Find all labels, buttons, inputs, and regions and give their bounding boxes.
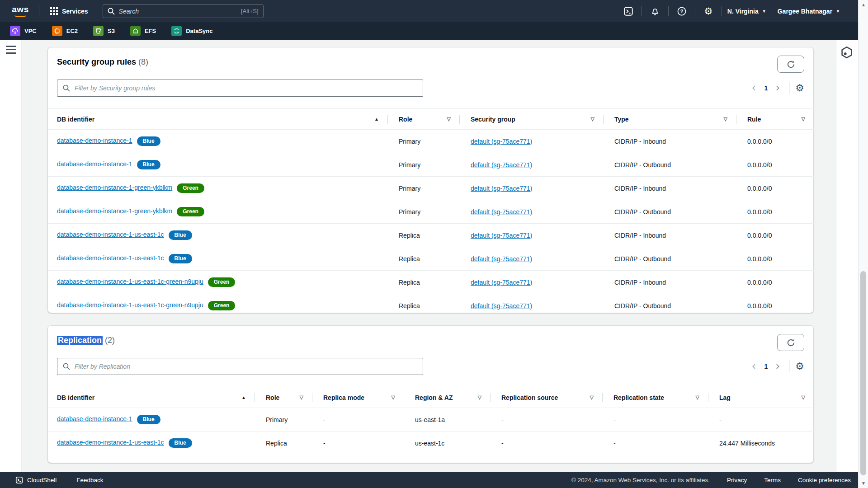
account-menu[interactable]: Gargee Bhatnagar ▼ — [778, 8, 840, 15]
refresh-button[interactable] — [777, 56, 804, 73]
cloudshell-button[interactable]: CloudShell — [15, 476, 57, 484]
security-group-link[interactable]: default (sg-75ace771) — [471, 185, 532, 192]
favorite-efs[interactable]: EFS — [130, 26, 156, 36]
region-selector[interactable]: N. Virginia ▼ — [727, 8, 766, 15]
cloudshell-terminal-icon[interactable] — [621, 4, 636, 19]
vpc-icon — [10, 26, 20, 36]
column-header-db-identifier[interactable]: DB identifier▲ — [48, 109, 388, 130]
db-identifier-link[interactable]: database-demo-instance-1-us-east-1c — [57, 439, 164, 446]
scroll-up-icon[interactable]: ▲ — [859, 2, 868, 7]
notifications-bell-icon[interactable] — [647, 4, 663, 19]
role-cell: Primary — [255, 408, 312, 432]
scrollbar-thumb[interactable] — [860, 271, 866, 475]
security-group-link[interactable]: default (sg-75ace771) — [471, 232, 532, 239]
divider — [642, 6, 642, 16]
right-panel-rail — [836, 40, 858, 472]
column-header-role[interactable]: Role▽ — [255, 387, 312, 408]
sort-icon: ▽ — [802, 116, 805, 122]
security-group-link[interactable]: default (sg-75ace771) — [471, 208, 532, 216]
role-cell: Replica — [388, 224, 460, 247]
svg-text:?: ? — [680, 9, 683, 14]
next-page-icon[interactable] — [771, 360, 784, 373]
role-cell: Primary — [388, 130, 460, 153]
hamburger-menu-icon[interactable] — [6, 46, 21, 54]
next-page-icon[interactable] — [771, 82, 784, 94]
favorite-vpc[interactable]: VPC — [10, 26, 37, 36]
db-identifier-link[interactable]: database-demo-instance-1-us-east-1c — [57, 254, 164, 262]
favorite-datasync[interactable]: DataSync — [171, 26, 212, 36]
favorite-s3[interactable]: S3 — [93, 26, 115, 36]
column-header-replica-mode[interactable]: Replica mode▽ — [312, 387, 404, 408]
db-identifier-link[interactable]: database-demo-instance-1 — [57, 137, 132, 144]
column-header-replication-source[interactable]: Replication source▽ — [491, 387, 603, 408]
region-az-cell: us-east-1c — [404, 432, 491, 455]
ec2-icon — [52, 26, 62, 36]
table-row: database-demo-instance-1-us-east-1cBlue … — [48, 432, 814, 455]
pagination: 1 ⚙ — [748, 360, 804, 373]
current-page[interactable]: 1 — [764, 84, 768, 92]
column-header-db-identifier[interactable]: DB identifier▲ — [48, 387, 255, 408]
column-header-role[interactable]: Role▽ — [388, 109, 460, 130]
cookie-preferences-link[interactable]: Cookie preferences — [798, 477, 851, 483]
db-identifier-link[interactable]: database-demo-instance-1-green-ykblkm — [57, 207, 172, 215]
security-group-link[interactable]: default (sg-75ace771) — [471, 138, 532, 145]
security-group-link[interactable]: default (sg-75ace771) — [471, 161, 532, 169]
db-identifier-link[interactable]: database-demo-instance-1-green-ykblkm — [57, 184, 172, 191]
refresh-icon — [787, 60, 795, 69]
privacy-link[interactable]: Privacy — [727, 477, 747, 483]
replication-card: Replication (2) 1 ⚙ — [47, 325, 814, 463]
collapsed-sidebar — [0, 40, 22, 472]
column-header-rule[interactable]: Rule▽ — [736, 109, 814, 130]
table-preferences-gear-icon[interactable]: ⚙ — [795, 83, 804, 93]
table-row: database-demo-instance-1-us-east-1c-gree… — [48, 294, 814, 318]
status-badge: Green — [177, 183, 204, 193]
feedback-button[interactable]: Feedback — [76, 477, 103, 483]
divider — [789, 361, 790, 372]
table-row: database-demo-instance-1Blue Primary def… — [48, 153, 814, 177]
refresh-button[interactable] — [777, 334, 804, 351]
previous-page-icon[interactable] — [748, 360, 760, 373]
page-scrollbar[interactable]: ▲ ▼ — [858, 0, 868, 488]
security-group-link[interactable]: default (sg-75ace771) — [471, 302, 532, 310]
filter-security-group-rules-input[interactable] — [75, 84, 417, 92]
column-header-type[interactable]: Type▽ — [604, 109, 736, 130]
security-group-link[interactable]: default (sg-75ace771) — [471, 279, 532, 286]
db-identifier-link[interactable]: database-demo-instance-1 — [57, 160, 132, 168]
status-badge: Blue — [137, 136, 160, 146]
search-icon — [63, 363, 70, 370]
lag-cell: - — [708, 408, 814, 432]
scroll-down-icon[interactable]: ▼ — [859, 481, 868, 486]
assistant-hexagon-icon[interactable] — [840, 46, 854, 60]
db-identifier-link[interactable]: database-demo-instance-1 — [57, 415, 132, 422]
services-menu-button[interactable]: Services — [44, 0, 94, 22]
security-group-link[interactable]: default (sg-75ace771) — [471, 255, 532, 263]
db-identifier-link[interactable]: database-demo-instance-1-us-east-1c-gree… — [57, 301, 203, 309]
sort-icon: ▽ — [802, 394, 805, 400]
global-search[interactable]: [Alt+S] — [103, 4, 264, 18]
security-group-rules-table: DB identifier▲ Role▽ Security group▽ Typ… — [48, 108, 814, 317]
previous-page-icon[interactable] — [748, 82, 760, 94]
terms-link[interactable]: Terms — [764, 477, 781, 483]
db-identifier-link[interactable]: database-demo-instance-1-us-east-1c-gree… — [57, 278, 203, 285]
column-header-replication-state[interactable]: Replication state▽ — [603, 387, 708, 408]
favorite-ec2[interactable]: EC2 — [52, 26, 78, 36]
column-header-lag[interactable]: Lag▽ — [708, 387, 814, 408]
sort-icon: ▽ — [591, 116, 594, 122]
sort-icon: ▽ — [590, 394, 594, 400]
cloudshell-terminal-icon — [15, 476, 23, 484]
db-identifier-link[interactable]: database-demo-instance-1-us-east-1c — [57, 231, 164, 238]
aws-logo[interactable]: aws — [6, 5, 34, 17]
role-cell: Replica — [388, 294, 460, 318]
table-preferences-gear-icon[interactable]: ⚙ — [795, 361, 804, 371]
status-badge: Blue — [137, 415, 160, 424]
filter-replication-input[interactable] — [75, 363, 417, 370]
current-page[interactable]: 1 — [764, 363, 768, 370]
status-badge: Green — [208, 277, 236, 287]
column-header-security-group[interactable]: Security group▽ — [460, 109, 604, 130]
settings-gear-icon[interactable]: ⚙ — [701, 4, 716, 19]
efs-icon — [130, 26, 141, 36]
search-input[interactable] — [119, 8, 241, 15]
column-header-region-az[interactable]: Region & AZ▽ — [404, 387, 491, 408]
help-icon[interactable]: ? — [674, 4, 689, 19]
user-name: Gargee Bhatnagar — [778, 8, 832, 15]
